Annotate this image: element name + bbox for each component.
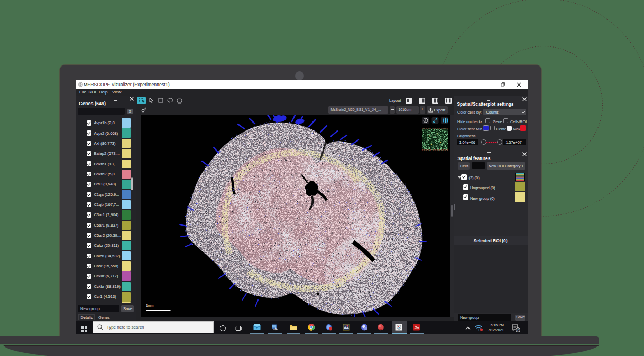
svg-text:1mm: 1mm [146,304,153,307]
svg-text:2: 2 [517,328,519,332]
